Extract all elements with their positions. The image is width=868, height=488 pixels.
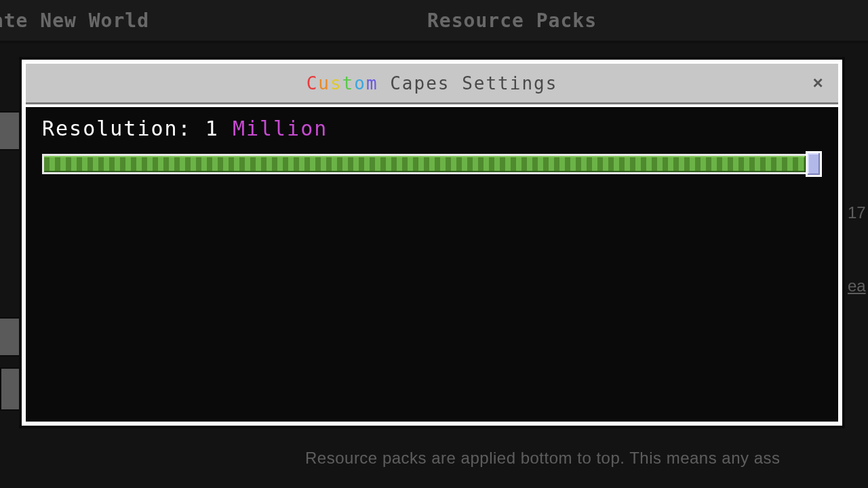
resolution-label: Resolution: 1 Million [42, 117, 822, 140]
slider-thumb[interactable] [806, 151, 822, 177]
bg-description-text: Resource packs are applied bottom to top… [305, 447, 854, 469]
resolution-slider[interactable] [42, 151, 822, 177]
modal-titlebar: Custom Capes Settings × [26, 64, 838, 104]
background-header: eate New World Resource Packs [0, 0, 868, 43]
settings-modal: Custom Capes Settings × Resolution: 1 Mi… [22, 60, 842, 426]
modal-body: Resolution: 1 Million [26, 104, 838, 422]
bg-edge-fragments: 17 ea [848, 190, 868, 296]
close-icon: × [812, 73, 823, 94]
slider-fill [44, 156, 805, 172]
close-button[interactable]: × [806, 71, 830, 96]
modal-title-rest: Capes Settings [378, 73, 558, 94]
bg-title-left: eate New World [0, 9, 149, 32]
modal-title-custom: Custom [307, 73, 378, 94]
bg-title-right: Resource Packs [427, 9, 597, 32]
modal-title: Custom Capes Settings [307, 73, 558, 94]
